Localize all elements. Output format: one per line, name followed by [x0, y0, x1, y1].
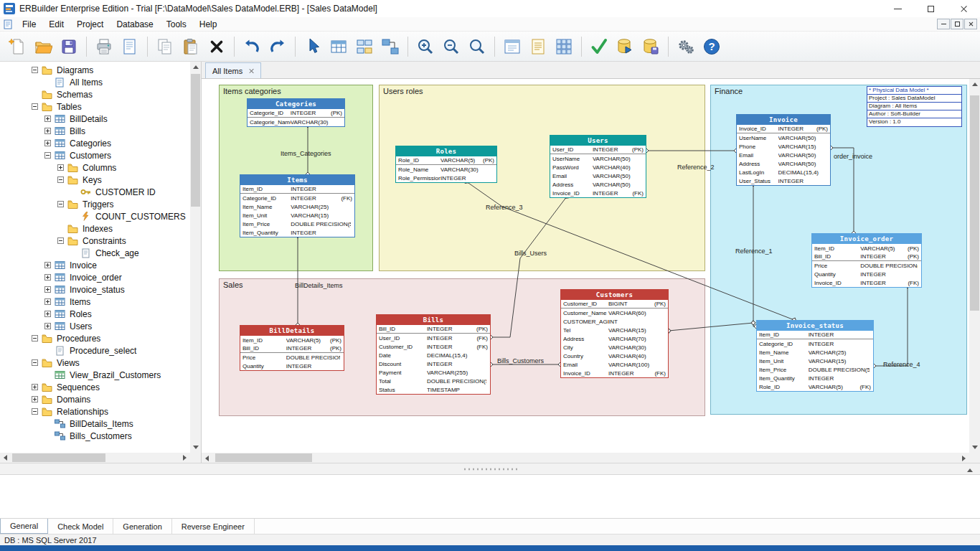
print-preview-button[interactable] — [117, 34, 143, 60]
tree-vertical-scrollbar[interactable] — [190, 62, 201, 453]
scroll-up-icon[interactable] — [969, 79, 980, 90]
scrollbar-thumb[interactable] — [215, 453, 312, 462]
collapse-icon[interactable] — [32, 408, 38, 415]
tree-item-customers[interactable]: Customers — [0, 149, 190, 161]
expand-icon[interactable] — [57, 164, 64, 171]
tab-all-items[interactable]: All Items — [205, 62, 261, 78]
tree-item-columns[interactable]: Columns — [0, 161, 190, 174]
menu-help[interactable]: Help — [193, 18, 224, 31]
expand-icon[interactable] — [44, 116, 51, 122]
close-button[interactable] — [947, 0, 980, 17]
canvas-horizontal-scrollbar[interactable] — [202, 453, 969, 463]
tree-item-view-brazil-customers[interactable]: View_Brazil_Customers — [0, 369, 190, 381]
diagram-canvas[interactable]: Items categoriesUsers rolesFinanceSalesC… — [202, 79, 969, 453]
collapse-icon[interactable] — [44, 152, 51, 159]
grid-view-button[interactable] — [551, 34, 577, 60]
tree-item-schemas[interactable]: Schemas — [0, 88, 190, 100]
expand-icon[interactable] — [32, 396, 38, 402]
menu-project[interactable]: Project — [70, 18, 110, 31]
scroll-right-icon[interactable] — [179, 453, 190, 463]
menu-database[interactable]: Database — [110, 18, 159, 31]
scroll-down-icon[interactable] — [190, 442, 201, 453]
tree-item-bills-customers[interactable]: Bills_Customers — [0, 430, 190, 442]
tree-item-triggers[interactable]: Triggers — [0, 198, 190, 210]
entity-users[interactable]: UsersUser_IDINTEGER(PK)UserNameVARCHAR(5… — [550, 135, 646, 198]
collapse-icon[interactable] — [57, 237, 64, 244]
scrollbar-thumb[interactable] — [12, 453, 105, 462]
auto-layout-button[interactable] — [352, 34, 377, 60]
save-button[interactable] — [56, 34, 82, 60]
tree-item-tables[interactable]: Tables — [0, 100, 190, 113]
menu-file[interactable]: File — [16, 18, 42, 31]
paste-button[interactable] — [178, 34, 204, 60]
output-tab-check-model[interactable]: Check Model — [48, 519, 113, 534]
scroll-left-icon[interactable] — [0, 453, 11, 463]
output-tab-general[interactable]: General — [0, 519, 48, 534]
entity-items[interactable]: ItemsItem_IDINTEGERCategorie_IDINTEGER(F… — [240, 174, 355, 237]
tree-item-views[interactable]: Views — [0, 357, 190, 369]
tree-item-procedures[interactable]: Procedures — [0, 332, 190, 344]
collapse-icon[interactable] — [32, 67, 38, 73]
add-table-button[interactable] — [326, 34, 352, 60]
check-model-button[interactable] — [586, 34, 612, 60]
tree-item-constraints[interactable]: Constraints — [0, 235, 190, 247]
generate-db-button[interactable] — [638, 34, 664, 60]
expand-icon[interactable] — [44, 262, 51, 268]
expand-icon[interactable] — [44, 311, 51, 317]
tree-item-invoice-order[interactable]: Invoice_order — [0, 271, 190, 283]
reverse-db-button[interactable] — [612, 34, 638, 60]
scroll-up-icon[interactable] — [190, 62, 201, 72]
expand-icon[interactable] — [32, 384, 38, 390]
scroll-down-icon[interactable] — [969, 442, 980, 453]
tree-item-invoice[interactable]: Invoice — [0, 259, 190, 271]
expand-icon[interactable] — [44, 286, 51, 293]
tree-horizontal-scrollbar[interactable] — [0, 453, 190, 463]
undo-button[interactable] — [239, 34, 265, 60]
tree-item-relationships[interactable]: Relationships — [0, 405, 190, 418]
zoom-in-button[interactable] — [413, 34, 438, 60]
collapse-icon[interactable] — [32, 335, 38, 342]
scroll-right-icon[interactable] — [958, 453, 969, 463]
entity-invoice[interactable]: InvoiceInvoice_IDINTEGER(PK)UserNameVARC… — [736, 114, 831, 186]
expand-icon[interactable] — [44, 298, 51, 305]
help-button[interactable]: ? — [699, 34, 725, 60]
output-tab-reverse-engineer[interactable]: Reverse Engineer — [172, 519, 255, 534]
settings-button[interactable] — [673, 34, 699, 60]
entity-categories[interactable]: CategoriesCategorie_IDINTEGER(PK)Categor… — [247, 98, 345, 127]
expand-icon[interactable] — [44, 128, 51, 134]
mdi-close-button[interactable] — [964, 19, 977, 29]
entity-customers[interactable]: CustomersCustomer_IDBIGINT(PK)Customer_N… — [560, 289, 669, 378]
tree-item-sequences[interactable]: Sequences — [0, 381, 190, 393]
collapse-icon[interactable] — [57, 201, 64, 207]
collapse-icon[interactable] — [32, 359, 38, 366]
splitter-handle-icon[interactable] — [463, 468, 517, 470]
collapse-panel-button[interactable] — [964, 466, 976, 474]
mdi-restore-button[interactable] — [951, 19, 963, 29]
scrollbar-thumb[interactable] — [191, 74, 200, 207]
new-button[interactable] — [4, 34, 30, 60]
tree-item-billdetails[interactable]: BillDetails — [0, 113, 190, 125]
print-button[interactable] — [91, 34, 117, 60]
entity-bills[interactable]: BillsBill_IDINTEGER(PK)User_IDINTEGER(FK… — [376, 314, 491, 395]
menu-tools[interactable]: Tools — [160, 18, 193, 31]
minimize-button[interactable] — [881, 0, 914, 17]
delete-button[interactable] — [204, 34, 230, 60]
entity-invoice_order[interactable]: Invoice_orderItem_IDVARCHAR(5)(PK)Bill_I… — [811, 233, 922, 288]
collapse-icon[interactable] — [32, 103, 38, 110]
tree-item-billdetails-items[interactable]: BillDetails_Items — [0, 418, 190, 430]
tab-close-icon[interactable] — [248, 68, 254, 74]
scrollbar-thumb[interactable] — [970, 95, 979, 311]
tree-item-categories[interactable]: Categories — [0, 137, 190, 149]
expand-icon[interactable] — [44, 140, 51, 146]
output-tab-generation[interactable]: Generation — [113, 519, 171, 534]
panel-splitter[interactable] — [0, 463, 980, 475]
tree-item-all-items[interactable]: All Items — [0, 76, 190, 88]
tree-item-customer-id[interactable]: CUSTOMER ID — [0, 186, 190, 198]
menu-edit[interactable]: Edit — [42, 18, 70, 31]
entity-invoice_status[interactable]: Invoice_statusItem_IDINTEGERCategorie_ID… — [756, 320, 874, 392]
tree-item-domains[interactable]: Domains — [0, 393, 190, 405]
tree-item-roles[interactable]: Roles — [0, 308, 190, 320]
tree-item-keys[interactable]: Keys — [0, 174, 190, 186]
scroll-left-icon[interactable] — [202, 453, 212, 463]
zoom-button[interactable] — [464, 34, 490, 60]
